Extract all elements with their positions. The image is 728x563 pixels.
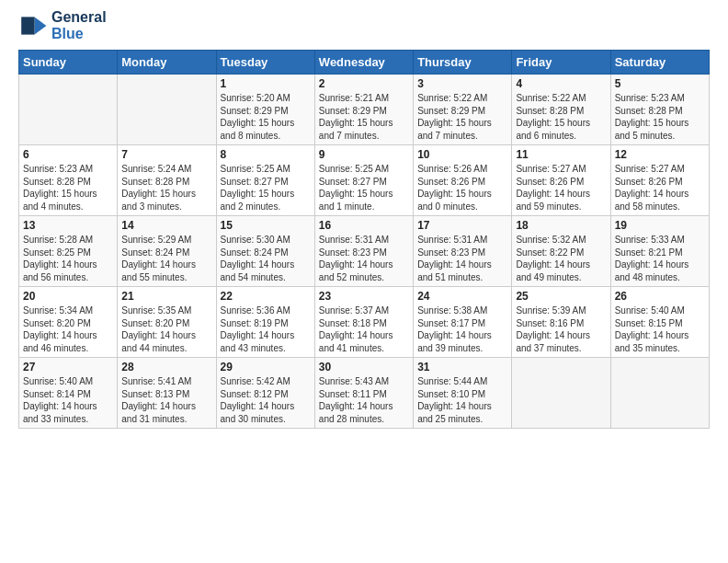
- day-info: Sunrise: 5:24 AM Sunset: 8:28 PM Dayligh…: [121, 163, 211, 213]
- calendar-header-row: Sunday Monday Tuesday Wednesday Thursday…: [19, 51, 710, 75]
- table-row: 17Sunrise: 5:31 AM Sunset: 8:23 PM Dayli…: [414, 216, 512, 287]
- calendar-week-row: 1Sunrise: 5:20 AM Sunset: 8:29 PM Daylig…: [19, 75, 710, 145]
- day-number: 13: [23, 219, 113, 232]
- table-row: 26Sunrise: 5:40 AM Sunset: 8:15 PM Dayli…: [610, 287, 709, 358]
- day-info: Sunrise: 5:39 AM Sunset: 8:16 PM Dayligh…: [516, 304, 606, 354]
- table-row: 29Sunrise: 5:42 AM Sunset: 8:12 PM Dayli…: [216, 358, 314, 429]
- day-number: 24: [417, 290, 507, 303]
- day-number: 12: [615, 148, 705, 161]
- table-row: 22Sunrise: 5:36 AM Sunset: 8:19 PM Dayli…: [216, 287, 314, 358]
- table-row: 11Sunrise: 5:27 AM Sunset: 8:26 PM Dayli…: [512, 145, 610, 216]
- table-row: 10Sunrise: 5:26 AM Sunset: 8:26 PM Dayli…: [414, 145, 512, 216]
- table-row: 28Sunrise: 5:41 AM Sunset: 8:13 PM Dayli…: [118, 358, 216, 429]
- col-monday: Monday: [118, 51, 216, 75]
- table-row: 6Sunrise: 5:23 AM Sunset: 8:28 PM Daylig…: [19, 145, 118, 216]
- calendar-week-row: 13Sunrise: 5:28 AM Sunset: 8:25 PM Dayli…: [19, 216, 710, 287]
- day-info: Sunrise: 5:31 AM Sunset: 8:23 PM Dayligh…: [319, 234, 409, 283]
- day-number: 28: [121, 361, 211, 373]
- logo-text: General Blue: [51, 9, 107, 42]
- table-row: 8Sunrise: 5:25 AM Sunset: 8:27 PM Daylig…: [216, 145, 314, 216]
- table-row: 16Sunrise: 5:31 AM Sunset: 8:23 PM Dayli…: [314, 216, 413, 287]
- day-number: 10: [417, 148, 507, 161]
- logo-icon: [18, 11, 48, 40]
- day-info: Sunrise: 5:40 AM Sunset: 8:14 PM Dayligh…: [23, 375, 113, 425]
- table-row: 5Sunrise: 5:23 AM Sunset: 8:28 PM Daylig…: [610, 75, 709, 145]
- day-info: Sunrise: 5:44 AM Sunset: 8:10 PM Dayligh…: [417, 375, 507, 425]
- day-info: Sunrise: 5:28 AM Sunset: 8:25 PM Dayligh…: [23, 234, 113, 283]
- table-row: 18Sunrise: 5:32 AM Sunset: 8:22 PM Dayli…: [512, 216, 610, 287]
- day-number: 5: [615, 77, 705, 90]
- day-number: 6: [23, 148, 113, 161]
- table-row: [512, 358, 610, 429]
- day-number: 29: [221, 361, 311, 373]
- page-header: General Blue: [18, 9, 710, 42]
- table-row: 3Sunrise: 5:22 AM Sunset: 8:29 PM Daylig…: [414, 75, 512, 145]
- day-number: 30: [319, 361, 409, 373]
- day-number: 15: [221, 219, 311, 232]
- calendar-week-row: 6Sunrise: 5:23 AM Sunset: 8:28 PM Daylig…: [19, 145, 710, 216]
- day-number: 25: [516, 290, 606, 303]
- table-row: [19, 75, 118, 145]
- day-number: 1: [221, 77, 311, 90]
- day-info: Sunrise: 5:42 AM Sunset: 8:12 PM Dayligh…: [221, 375, 311, 425]
- table-row: 30Sunrise: 5:43 AM Sunset: 8:11 PM Dayli…: [314, 358, 413, 429]
- table-row: 15Sunrise: 5:30 AM Sunset: 8:24 PM Dayli…: [216, 216, 314, 287]
- day-number: 4: [516, 77, 606, 90]
- day-info: Sunrise: 5:26 AM Sunset: 8:26 PM Dayligh…: [417, 163, 507, 213]
- day-number: 23: [319, 290, 409, 303]
- day-info: Sunrise: 5:38 AM Sunset: 8:17 PM Dayligh…: [417, 304, 507, 354]
- day-info: Sunrise: 5:25 AM Sunset: 8:27 PM Dayligh…: [221, 163, 311, 213]
- day-info: Sunrise: 5:27 AM Sunset: 8:26 PM Dayligh…: [516, 163, 606, 213]
- table-row: 9Sunrise: 5:25 AM Sunset: 8:27 PM Daylig…: [314, 145, 413, 216]
- day-info: Sunrise: 5:30 AM Sunset: 8:24 PM Dayligh…: [221, 234, 311, 283]
- day-info: Sunrise: 5:23 AM Sunset: 8:28 PM Dayligh…: [615, 92, 705, 142]
- day-number: 9: [319, 148, 409, 161]
- day-info: Sunrise: 5:36 AM Sunset: 8:19 PM Dayligh…: [221, 304, 311, 354]
- day-number: 8: [221, 148, 311, 161]
- table-row: 21Sunrise: 5:35 AM Sunset: 8:20 PM Dayli…: [118, 287, 216, 358]
- day-info: Sunrise: 5:22 AM Sunset: 8:29 PM Dayligh…: [417, 92, 507, 142]
- svg-rect-2: [21, 17, 34, 34]
- col-saturday: Saturday: [610, 51, 709, 75]
- day-info: Sunrise: 5:35 AM Sunset: 8:20 PM Dayligh…: [121, 304, 211, 354]
- day-info: Sunrise: 5:23 AM Sunset: 8:28 PM Dayligh…: [23, 163, 113, 213]
- table-row: 14Sunrise: 5:29 AM Sunset: 8:24 PM Dayli…: [118, 216, 216, 287]
- day-info: Sunrise: 5:37 AM Sunset: 8:18 PM Dayligh…: [319, 304, 409, 354]
- table-row: 4Sunrise: 5:22 AM Sunset: 8:28 PM Daylig…: [512, 75, 610, 145]
- col-wednesday: Wednesday: [314, 51, 413, 75]
- day-number: 26: [615, 290, 705, 303]
- col-friday: Friday: [512, 51, 610, 75]
- table-row: 27Sunrise: 5:40 AM Sunset: 8:14 PM Dayli…: [19, 358, 118, 429]
- table-row: [610, 358, 709, 429]
- day-number: 21: [121, 290, 211, 303]
- table-row: 24Sunrise: 5:38 AM Sunset: 8:17 PM Dayli…: [414, 287, 512, 358]
- day-number: 22: [221, 290, 311, 303]
- day-number: 16: [319, 219, 409, 232]
- day-info: Sunrise: 5:32 AM Sunset: 8:22 PM Dayligh…: [516, 234, 606, 283]
- day-number: 17: [417, 219, 507, 232]
- table-row: 2Sunrise: 5:21 AM Sunset: 8:29 PM Daylig…: [314, 75, 413, 145]
- day-number: 7: [121, 148, 211, 161]
- day-info: Sunrise: 5:34 AM Sunset: 8:20 PM Dayligh…: [23, 304, 113, 354]
- day-info: Sunrise: 5:27 AM Sunset: 8:26 PM Dayligh…: [615, 163, 705, 213]
- day-info: Sunrise: 5:20 AM Sunset: 8:29 PM Dayligh…: [221, 92, 311, 142]
- day-number: 20: [23, 290, 113, 303]
- col-thursday: Thursday: [414, 51, 512, 75]
- table-row: 20Sunrise: 5:34 AM Sunset: 8:20 PM Dayli…: [19, 287, 118, 358]
- table-row: 23Sunrise: 5:37 AM Sunset: 8:18 PM Dayli…: [314, 287, 413, 358]
- col-sunday: Sunday: [19, 51, 118, 75]
- day-number: 2: [319, 77, 409, 90]
- col-tuesday: Tuesday: [216, 51, 314, 75]
- day-number: 19: [615, 219, 705, 232]
- day-number: 3: [417, 77, 507, 90]
- day-info: Sunrise: 5:21 AM Sunset: 8:29 PM Dayligh…: [319, 92, 409, 142]
- table-row: [118, 75, 216, 145]
- table-row: 1Sunrise: 5:20 AM Sunset: 8:29 PM Daylig…: [216, 75, 314, 145]
- calendar-week-row: 27Sunrise: 5:40 AM Sunset: 8:14 PM Dayli…: [19, 358, 710, 429]
- table-row: 19Sunrise: 5:33 AM Sunset: 8:21 PM Dayli…: [610, 216, 709, 287]
- day-number: 18: [516, 219, 606, 232]
- day-info: Sunrise: 5:29 AM Sunset: 8:24 PM Dayligh…: [121, 234, 211, 283]
- day-number: 11: [516, 148, 606, 161]
- table-row: 25Sunrise: 5:39 AM Sunset: 8:16 PM Dayli…: [512, 287, 610, 358]
- calendar-table: Sunday Monday Tuesday Wednesday Thursday…: [18, 50, 710, 429]
